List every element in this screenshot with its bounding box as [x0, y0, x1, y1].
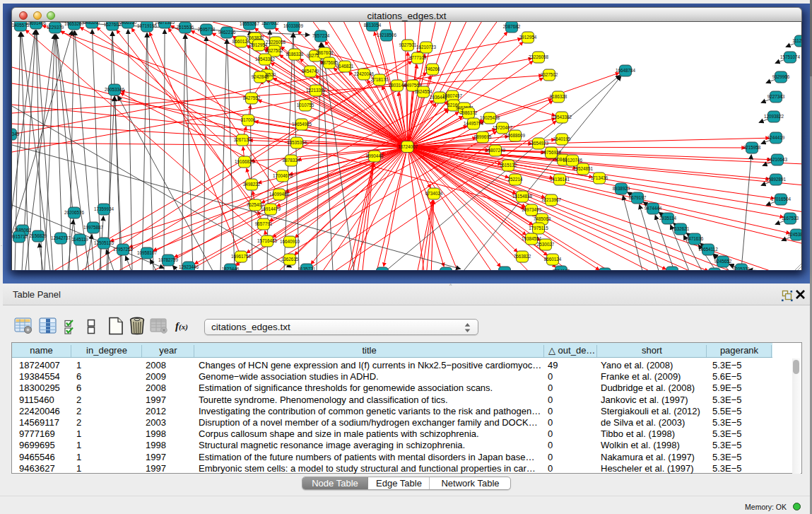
svg-text:10120746: 10120746	[563, 158, 583, 163]
svg-text:2718170: 2718170	[371, 77, 389, 82]
svg-text:9146821: 9146821	[336, 64, 354, 69]
svg-text:13535394: 13535394	[287, 140, 307, 145]
svg-text:17975115: 17975115	[529, 226, 548, 230]
svg-text:17957255: 17957255	[113, 247, 134, 252]
svg-text:1112643: 1112643	[792, 38, 802, 43]
svg-text:10654112: 10654112	[698, 247, 718, 252]
svg-text:1640195: 1640195	[553, 136, 571, 141]
svg-text:1615132: 1615132	[500, 163, 517, 168]
svg-text:9474444: 9474444	[645, 206, 662, 211]
svg-text:9777109: 9777109	[409, 55, 427, 60]
svg-text:22420046: 22420046	[354, 71, 375, 76]
svg-text:12923446: 12923446	[179, 264, 199, 269]
svg-text:20053346: 20053346	[105, 87, 125, 92]
svg-text:1527602: 1527602	[261, 22, 279, 25]
svg-text:252214: 252214	[507, 177, 523, 182]
svg-text:9329966: 9329966	[772, 74, 790, 79]
svg-text:1713436: 1713436	[591, 175, 608, 180]
svg-text:8186328: 8186328	[550, 94, 567, 99]
svg-text:8215958: 8215958	[743, 145, 761, 150]
svg-text:7485063: 7485063	[534, 216, 551, 221]
svg-text:8186328: 8186328	[286, 52, 304, 57]
svg-text:16914479: 16914479	[261, 206, 281, 211]
svg-text:15751074: 15751074	[780, 54, 801, 59]
svg-text:746266: 746266	[425, 66, 440, 71]
svg-text:3912954: 3912954	[519, 35, 537, 40]
svg-text:1823446: 1823446	[222, 267, 240, 271]
svg-text:1229379: 1229379	[47, 25, 64, 30]
svg-text:12093822: 12093822	[764, 114, 784, 119]
svg-text:10025438: 10025438	[480, 115, 500, 120]
svg-text:8123407: 8123407	[374, 270, 392, 271]
svg-text:20756928: 20756928	[541, 150, 562, 155]
svg-text:2654113: 2654113	[664, 269, 681, 271]
svg-text:2156829: 2156829	[30, 233, 47, 238]
svg-text:1824554: 1824554	[415, 89, 433, 94]
svg-text:9245652: 9245652	[714, 259, 732, 264]
svg-text:17359934: 17359934	[94, 206, 114, 211]
svg-text:15807249: 15807249	[486, 148, 506, 153]
svg-text:10958107: 10958107	[137, 250, 158, 255]
svg-text:6734024: 6734024	[425, 191, 443, 196]
svg-text:20206576: 20206576	[64, 210, 85, 215]
svg-text:16210643: 16210643	[767, 157, 788, 162]
svg-text:3498222: 3498222	[243, 182, 261, 187]
svg-text:10671355: 10671355	[155, 22, 175, 25]
svg-text:9462216: 9462216	[218, 30, 236, 35]
svg-text:16154838: 16154838	[512, 194, 533, 199]
svg-text:23226058: 23226058	[529, 54, 549, 59]
svg-text:7857224: 7857224	[312, 33, 330, 38]
svg-text:10973493: 10973493	[522, 207, 542, 212]
svg-text:9227343: 9227343	[767, 94, 785, 99]
svg-text:17016504: 17016504	[771, 197, 792, 201]
svg-text:8427552: 8427552	[243, 95, 261, 100]
svg-text:16648784: 16648784	[616, 68, 636, 73]
svg-text:16640910: 16640910	[280, 239, 300, 244]
svg-text:9657791: 9657791	[255, 221, 273, 226]
svg-text:2595718: 2595718	[198, 27, 216, 32]
svg-text:10653267: 10653267	[64, 22, 85, 26]
svg-text:14136141: 14136141	[550, 177, 570, 182]
svg-text:7663822: 7663822	[514, 254, 531, 259]
svg-text:15892891: 15892891	[766, 177, 787, 182]
svg-text:16961758: 16961758	[231, 254, 252, 259]
svg-text:7986372: 7986372	[460, 110, 478, 115]
svg-text:23226058: 23226058	[266, 40, 286, 45]
svg-text:8990448: 8990448	[366, 153, 384, 158]
svg-text:10688609: 10688609	[505, 133, 526, 138]
svg-text:8938923: 8938923	[613, 186, 630, 191]
svg-text:1167533: 1167533	[782, 216, 799, 221]
svg-text:3267130: 3267130	[234, 137, 252, 142]
svg-text:19975887: 19975887	[83, 225, 104, 230]
svg-text:8120345: 8120345	[12, 132, 20, 136]
svg-text:7515536: 7515536	[177, 25, 194, 30]
svg-text:7632621: 7632621	[672, 226, 690, 231]
svg-text:9327501: 9327501	[399, 42, 417, 47]
svg-text:8813054: 8813054	[364, 23, 382, 28]
svg-text:7354162: 7354162	[553, 269, 570, 271]
svg-text:9346272: 9346272	[496, 269, 514, 271]
svg-text:12213392: 12213392	[306, 88, 326, 93]
svg-text:6899695: 6899695	[474, 134, 492, 139]
svg-text:9135721: 9135721	[298, 267, 316, 271]
svg-text:18724007: 18724007	[398, 144, 418, 149]
svg-text:2530027: 2530027	[537, 242, 555, 247]
svg-text:19166825: 19166825	[235, 159, 255, 164]
svg-text:1362615: 1362615	[281, 257, 299, 262]
svg-text:1145119: 1145119	[71, 237, 88, 242]
svg-text:14495794: 14495794	[464, 121, 484, 126]
svg-text:317006: 317006	[240, 117, 256, 122]
svg-text:15720407: 15720407	[493, 125, 513, 130]
svg-text:19384554: 19384554	[522, 236, 542, 241]
svg-text:9327502: 9327502	[541, 72, 558, 77]
svg-text:19654985: 19654985	[292, 122, 312, 127]
svg-text:8454749: 8454749	[302, 69, 319, 74]
svg-text:12942737: 12942737	[51, 235, 71, 240]
svg-text:8878334: 8878334	[283, 158, 300, 163]
svg-text:16033809: 16033809	[283, 23, 304, 28]
svg-text:9915712: 9915712	[12, 234, 28, 239]
svg-text:10543382: 10543382	[255, 57, 276, 62]
svg-text:10782759: 10782759	[158, 257, 179, 262]
svg-text:8660124: 8660124	[233, 39, 250, 44]
svg-text:8660124: 8660124	[544, 257, 562, 262]
